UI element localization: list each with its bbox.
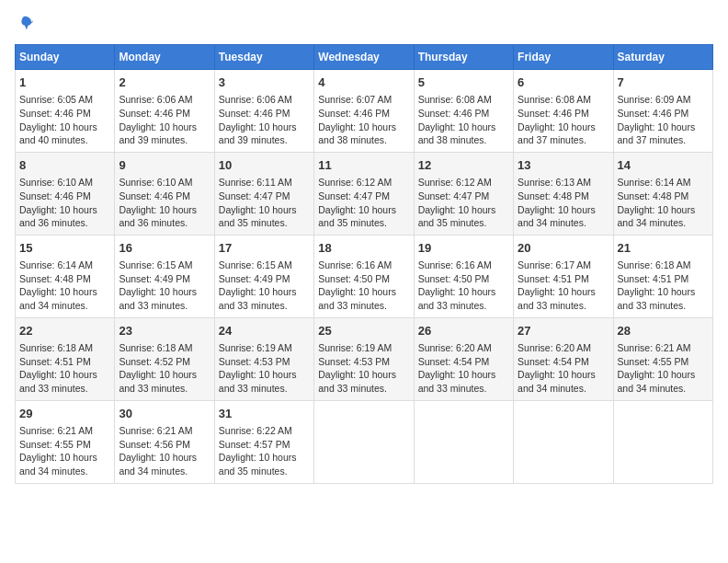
header-cell-tuesday: Tuesday: [214, 45, 313, 70]
sunset-text: Sunset: 4:53 PM: [318, 356, 390, 367]
sunrise-text: Sunrise: 6:21 AM: [19, 425, 93, 436]
sunset-text: Sunset: 4:48 PM: [19, 273, 91, 284]
day-cell: 6Sunrise: 6:08 AMSunset: 4:46 PMDaylight…: [514, 70, 613, 153]
sunrise-text: Sunrise: 6:07 AM: [318, 94, 392, 105]
sunset-text: Sunset: 4:54 PM: [418, 356, 490, 367]
day-number: 5: [418, 75, 509, 91]
daylight-text: Daylight: 10 hours and 34 minutes.: [19, 286, 97, 311]
day-number: 9: [119, 157, 210, 174]
sunset-text: Sunset: 4:50 PM: [318, 273, 390, 284]
day-cell: 8Sunrise: 6:10 AMSunset: 4:46 PMDaylight…: [16, 152, 115, 235]
day-number: 30: [119, 406, 210, 422]
sunrise-text: Sunrise: 6:20 AM: [518, 342, 591, 353]
sunset-text: Sunset: 4:46 PM: [19, 190, 91, 201]
sunrise-text: Sunrise: 6:13 AM: [518, 177, 591, 188]
header-row: SundayMondayTuesdayWednesdayThursdayFrid…: [16, 45, 713, 70]
sunset-text: Sunset: 4:46 PM: [119, 190, 190, 201]
sunrise-text: Sunrise: 6:10 AM: [119, 177, 192, 188]
day-number: 25: [318, 323, 409, 339]
day-cell: 4Sunrise: 6:07 AMSunset: 4:46 PMDaylight…: [314, 70, 414, 153]
sunset-text: Sunset: 4:49 PM: [119, 273, 190, 284]
day-cell: 3Sunrise: 6:06 AMSunset: 4:46 PMDaylight…: [214, 70, 313, 153]
daylight-text: Daylight: 10 hours and 39 minutes.: [119, 121, 197, 146]
sunset-text: Sunset: 4:53 PM: [219, 356, 290, 367]
day-cell: 7Sunrise: 6:09 AMSunset: 4:46 PMDaylight…: [613, 70, 712, 153]
day-number: 20: [518, 240, 609, 257]
day-number: 26: [418, 323, 509, 339]
week-row-2: 8Sunrise: 6:10 AMSunset: 4:46 PMDaylight…: [16, 152, 713, 235]
logo-bird-icon: [17, 15, 33, 35]
daylight-text: Daylight: 10 hours and 40 minutes.: [19, 121, 97, 146]
day-number: 6: [518, 75, 609, 91]
logo: [15, 15, 33, 35]
day-number: 23: [119, 323, 210, 339]
sunrise-text: Sunrise: 6:19 AM: [318, 342, 392, 353]
day-cell: 29Sunrise: 6:21 AMSunset: 4:55 PMDayligh…: [16, 400, 115, 483]
sunset-text: Sunset: 4:47 PM: [318, 190, 390, 201]
sunset-text: Sunset: 4:47 PM: [219, 190, 290, 201]
daylight-text: Daylight: 10 hours and 35 minutes.: [418, 204, 496, 229]
daylight-text: Daylight: 10 hours and 39 minutes.: [219, 121, 297, 146]
daylight-text: Daylight: 10 hours and 38 minutes.: [418, 121, 496, 146]
sunrise-text: Sunrise: 6:19 AM: [219, 342, 292, 353]
header-cell-thursday: Thursday: [414, 45, 513, 70]
daylight-text: Daylight: 10 hours and 33 minutes.: [219, 369, 297, 394]
day-cell: 24Sunrise: 6:19 AMSunset: 4:53 PMDayligh…: [214, 317, 313, 400]
daylight-text: Daylight: 10 hours and 34 minutes.: [19, 452, 97, 477]
sunrise-text: Sunrise: 6:15 AM: [119, 259, 192, 270]
sunset-text: Sunset: 4:46 PM: [219, 108, 290, 119]
sunset-text: Sunset: 4:48 PM: [518, 190, 589, 201]
sunset-text: Sunset: 4:51 PM: [19, 356, 91, 367]
sunrise-text: Sunrise: 6:22 AM: [219, 425, 292, 436]
sunrise-text: Sunrise: 6:21 AM: [618, 342, 691, 353]
sunset-text: Sunset: 4:50 PM: [418, 273, 490, 284]
sunrise-text: Sunrise: 6:15 AM: [219, 259, 292, 270]
day-cell: [613, 400, 712, 483]
sunset-text: Sunset: 4:48 PM: [618, 190, 689, 201]
daylight-text: Daylight: 10 hours and 33 minutes.: [19, 369, 97, 394]
calendar-body: 1Sunrise: 6:05 AMSunset: 4:46 PMDaylight…: [16, 70, 713, 484]
day-cell: 22Sunrise: 6:18 AMSunset: 4:51 PMDayligh…: [16, 317, 115, 400]
day-number: 7: [618, 75, 709, 91]
day-cell: 14Sunrise: 6:14 AMSunset: 4:48 PMDayligh…: [613, 152, 712, 235]
sunrise-text: Sunrise: 6:11 AM: [219, 177, 292, 188]
day-number: 17: [219, 240, 310, 257]
sunset-text: Sunset: 4:52 PM: [119, 356, 190, 367]
sunrise-text: Sunrise: 6:14 AM: [19, 259, 93, 270]
week-row-4: 22Sunrise: 6:18 AMSunset: 4:51 PMDayligh…: [16, 317, 713, 400]
sunrise-text: Sunrise: 6:17 AM: [518, 259, 591, 270]
daylight-text: Daylight: 10 hours and 34 minutes.: [618, 204, 696, 229]
sunrise-text: Sunrise: 6:14 AM: [618, 177, 691, 188]
sunset-text: Sunset: 4:49 PM: [219, 273, 290, 284]
day-cell: 19Sunrise: 6:16 AMSunset: 4:50 PMDayligh…: [414, 235, 513, 317]
sunset-text: Sunset: 4:51 PM: [618, 273, 689, 284]
day-cell: [414, 400, 513, 483]
daylight-text: Daylight: 10 hours and 33 minutes.: [119, 369, 197, 394]
sunrise-text: Sunrise: 6:09 AM: [618, 94, 691, 105]
header-cell-friday: Friday: [514, 45, 613, 70]
daylight-text: Daylight: 10 hours and 34 minutes.: [518, 369, 596, 394]
daylight-text: Daylight: 10 hours and 33 minutes.: [119, 286, 197, 311]
sunrise-text: Sunrise: 6:12 AM: [418, 177, 492, 188]
sunset-text: Sunset: 4:56 PM: [119, 439, 190, 450]
day-cell: 12Sunrise: 6:12 AMSunset: 4:47 PMDayligh…: [414, 152, 513, 235]
week-row-1: 1Sunrise: 6:05 AMSunset: 4:46 PMDaylight…: [16, 70, 713, 153]
daylight-text: Daylight: 10 hours and 35 minutes.: [219, 452, 297, 477]
day-number: 19: [418, 240, 509, 257]
day-cell: 2Sunrise: 6:06 AMSunset: 4:46 PMDaylight…: [115, 70, 214, 153]
day-number: 1: [19, 75, 110, 91]
day-number: 31: [219, 406, 310, 422]
day-cell: 28Sunrise: 6:21 AMSunset: 4:55 PMDayligh…: [613, 317, 712, 400]
header: [15, 15, 713, 35]
day-cell: 27Sunrise: 6:20 AMSunset: 4:54 PMDayligh…: [514, 317, 613, 400]
sunrise-text: Sunrise: 6:20 AM: [418, 342, 492, 353]
sunset-text: Sunset: 4:55 PM: [19, 439, 91, 450]
day-number: 16: [119, 240, 210, 257]
daylight-text: Daylight: 10 hours and 38 minutes.: [318, 121, 396, 146]
day-number: 21: [618, 240, 709, 257]
day-number: 8: [19, 157, 110, 174]
day-number: 27: [518, 323, 609, 339]
calendar-table: SundayMondayTuesdayWednesdayThursdayFrid…: [15, 44, 713, 484]
day-number: 24: [219, 323, 310, 339]
sunrise-text: Sunrise: 6:16 AM: [318, 259, 392, 270]
